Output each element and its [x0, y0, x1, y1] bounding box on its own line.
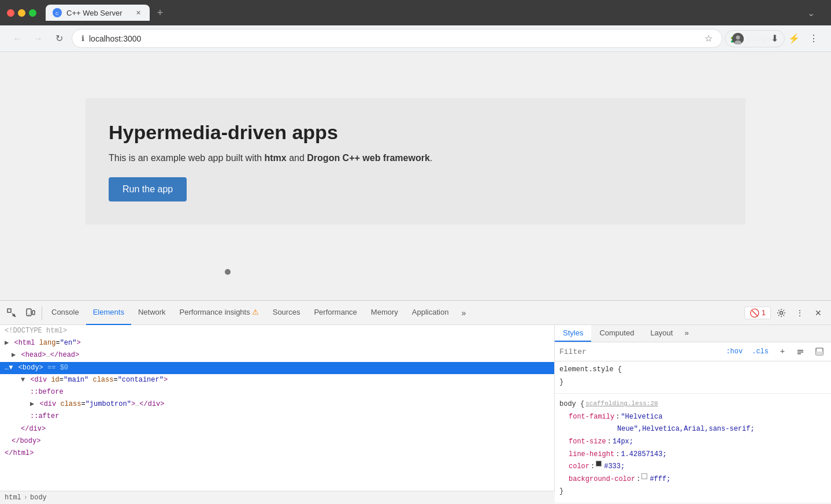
tab-elements[interactable]: Elements [86, 301, 131, 325]
reload-icon: ↻ [55, 33, 63, 44]
color-swatch-fff[interactable] [641, 473, 647, 479]
svg-point-9 [780, 311, 783, 314]
dom-line-html[interactable]: ▶ <html lang="en"> [0, 337, 554, 349]
menu-icon[interactable]: ⋮ [806, 31, 822, 47]
breadcrumb-html[interactable]: html [5, 494, 21, 502]
url-text[interactable]: localhost:3000 [89, 34, 700, 43]
browser-tab[interactable]: C C++ Web Server ✕ [46, 5, 150, 21]
dom-breadcrumb-container: html › body [0, 491, 555, 504]
dom-breadcrumb: html › body [0, 491, 555, 504]
toggle-panel-button[interactable] [813, 345, 826, 359]
svg-rect-14 [816, 352, 823, 355]
new-rule-button[interactable] [794, 345, 808, 359]
url-info-icon: ℹ [81, 34, 84, 43]
description-drogon: Drogon C++ web framework [307, 153, 430, 163]
minimize-window-button[interactable] [18, 9, 25, 17]
dom-line-head[interactable]: ▶ <head>…</head> [0, 349, 554, 361]
performance-warning-icon: ⚠ [252, 308, 259, 316]
main-div-expand[interactable]: ▼ [21, 376, 25, 384]
page-title: Hypermedia-driven apps [109, 121, 722, 144]
page-content: Hypermedia-driven apps This is an exampl… [0, 52, 831, 300]
css-rule-body-scaffolding: body { scaffolding.less:28 font-family :… [555, 396, 831, 501]
profile-button[interactable]: Incognito [747, 31, 763, 47]
description-mid: and [287, 153, 307, 163]
back-button[interactable]: ← [9, 31, 25, 47]
tab-favicon: C [53, 8, 62, 17]
tab-network[interactable]: Network [131, 301, 173, 325]
jumbotron-expand[interactable]: ▶ [30, 400, 34, 408]
class-filter-button[interactable]: .cls [750, 346, 771, 357]
dom-line-doctype: <!DOCTYPE html> [0, 325, 554, 337]
svg-rect-11 [797, 352, 803, 353]
hover-filter-button[interactable]: :hov [724, 346, 745, 357]
breadcrumb-body[interactable]: body [30, 494, 47, 502]
dom-line-jumbotron[interactable]: ▶ <div class="jumbotron">…</div> [0, 398, 554, 410]
page-description: This is an example web app built with ht… [109, 153, 722, 163]
tab-console[interactable]: Console [44, 301, 86, 325]
maximize-window-button[interactable] [29, 9, 36, 17]
error-count: 1 [762, 308, 766, 317]
error-icon: 🚫 [750, 308, 759, 318]
tab-sources[interactable]: Sources [266, 301, 307, 325]
tab-memory[interactable]: Memory [364, 301, 405, 325]
toolbar-icons: 🧩 Incognito ⬇ ⚡ ⋮ [727, 31, 822, 47]
styles-filter-input[interactable] [559, 348, 719, 356]
tab-performance-insights-label: Performance insights [180, 308, 250, 316]
tab-performance-insights[interactable]: Performance insights ⚠ [173, 301, 266, 325]
bookmark-icon[interactable]: ☆ [704, 33, 713, 44]
add-style-button[interactable]: + [776, 345, 789, 359]
tab-application[interactable]: Application [405, 301, 456, 325]
html-expand[interactable]: ▶ [5, 339, 9, 347]
more-tabs-button[interactable]: » [455, 305, 472, 321]
dom-line-before: ::before [0, 386, 554, 398]
address-bar: ← → ↻ ℹ localhost:3000 ☆ 🧩 Incognito ⬇ [0, 25, 831, 52]
url-bar[interactable]: ℹ localhost:3000 ☆ [72, 29, 722, 48]
forward-icon: → [34, 33, 43, 44]
more-options-button[interactable]: ⋮ [792, 305, 808, 321]
tab-computed[interactable]: Computed [591, 325, 642, 342]
tab-close-button[interactable]: ✕ [133, 8, 143, 17]
head-expand[interactable]: ▶ [12, 351, 16, 359]
close-devtools-button[interactable]: ✕ [810, 305, 826, 321]
dom-line-html-close: </html> [0, 447, 554, 460]
dom-line-body[interactable]: …▼ <body> == $0 [0, 362, 554, 374]
more-styles-tabs[interactable]: » [681, 326, 692, 341]
tab-memory-label: Memory [371, 308, 398, 316]
breadcrumb-arrow: › [24, 494, 28, 502]
new-tab-button[interactable]: + [152, 5, 168, 21]
dom-line-div-main[interactable]: ▼ <div id="main" class="container"> [0, 374, 554, 386]
styles-tabs: Styles Computed Layout » [555, 325, 831, 342]
dom-panel: <!DOCTYPE html> ▶ <html lang="en"> ▶ <he… [0, 325, 555, 504]
browser-window: C C++ Web Server ✕ + ⌄ ← → ↻ ℹ localhost… [0, 0, 831, 504]
extensions-puzzle-icon[interactable]: ⚡ [786, 31, 802, 47]
close-window-button[interactable] [7, 9, 14, 17]
doctype-text: <!DOCTYPE html> [5, 327, 67, 335]
tab-title: C++ Web Server [66, 9, 129, 17]
toolbar-divider [42, 306, 42, 320]
tab-layout[interactable]: Layout [642, 325, 681, 342]
css-rule-element-style: element.style { } [555, 361, 831, 391]
devtools-panel: Console Elements Network Performance ins… [0, 300, 831, 504]
tab-performance[interactable]: Performance [307, 301, 363, 325]
inspect-element-button[interactable] [2, 304, 21, 322]
css-rules-container: element.style { } body { scaffolding.les… [555, 361, 831, 504]
devtools-tab-bar: Console Elements Network Performance ins… [0, 301, 831, 325]
description-htmx: htmx [264, 153, 286, 163]
svg-rect-12 [797, 353, 801, 354]
device-mode-button[interactable] [21, 304, 39, 322]
title-bar: C C++ Web Server ✕ + ⌄ [0, 0, 831, 25]
color-swatch-333[interactable] [596, 461, 602, 466]
tab-styles[interactable]: Styles [555, 325, 591, 342]
svg-text:C: C [55, 11, 59, 16]
jumbotron: Hypermedia-driven apps This is an exampl… [86, 98, 745, 225]
download-icon[interactable]: ⬇ [766, 31, 782, 47]
run-app-button[interactable]: Run the app [109, 177, 187, 201]
error-count-badge[interactable]: 🚫 1 [744, 307, 771, 319]
forward-button[interactable]: → [30, 31, 46, 47]
devtools-actions: 🚫 1 ⋮ ✕ [744, 305, 829, 321]
devtools-body: <!DOCTYPE html> ▶ <html lang="en"> ▶ <he… [0, 325, 831, 504]
reload-button[interactable]: ↻ [51, 31, 67, 47]
tab-bar: C C++ Web Server ✕ + ⌄ [41, 5, 824, 21]
restore-window-button[interactable]: ⌄ [807, 8, 815, 18]
settings-button[interactable] [773, 305, 789, 321]
